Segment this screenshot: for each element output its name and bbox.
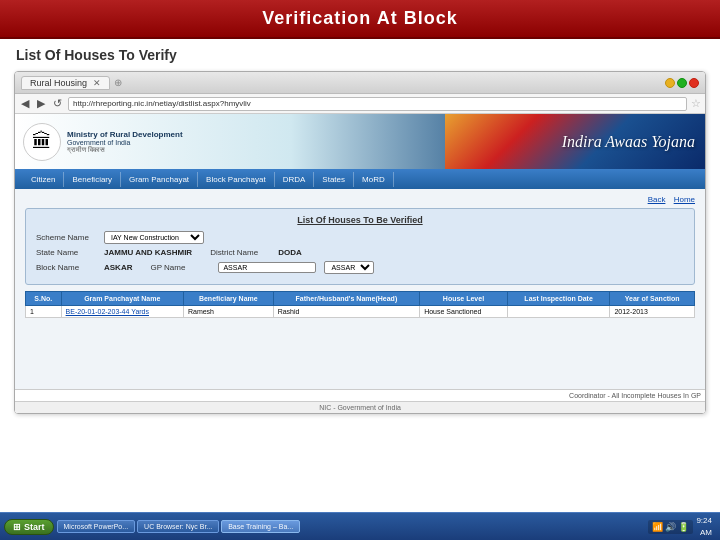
- cell-house-level: House Sanctioned: [420, 306, 508, 318]
- refresh-button[interactable]: ↺: [51, 97, 64, 110]
- gp-name-label: GP Name: [150, 263, 210, 272]
- org-line1: Ministry of Rural Development: [67, 130, 183, 139]
- footer-summary: Coordinator - All Incomplete Houses In G…: [569, 392, 701, 399]
- nav-citizen[interactable]: Citizen: [23, 172, 64, 187]
- site-header: 🏛 Ministry of Rural Development Governme…: [15, 114, 705, 169]
- govt-emblem: 🏛: [23, 123, 61, 161]
- cell-father: Rashid: [273, 306, 419, 318]
- browser-tab[interactable]: Rural Housing ✕: [21, 76, 110, 90]
- gp-name-input[interactable]: [218, 262, 316, 273]
- org-name: Ministry of Rural Development Government…: [67, 130, 183, 154]
- section-label: List Of Houses To Verify: [0, 39, 720, 67]
- org-line3: ग्रामीण विकास: [67, 146, 183, 154]
- nav-states[interactable]: States: [314, 172, 354, 187]
- col-sno: S.No.: [26, 292, 62, 306]
- gp-select[interactable]: ASSAR: [324, 261, 374, 274]
- page-header: Verification At Block: [0, 0, 720, 39]
- col-beneficiary: Beneficiary Name: [183, 292, 273, 306]
- nav-gram-panchayat[interactable]: Gram Panchayat: [121, 172, 198, 187]
- col-year-sanction: Year of Sanction: [610, 292, 695, 306]
- new-tab-icon[interactable]: ⊕: [114, 77, 122, 88]
- gp-name-link[interactable]: BE-20-01-02-203-44 Yards: [66, 308, 149, 315]
- col-inspection-date: Last Inspection Date: [507, 292, 610, 306]
- os-taskbar: ⊞ Start Microsoft PowerPo... UC Browser:…: [0, 512, 720, 540]
- nav-drda[interactable]: DRDA: [275, 172, 315, 187]
- cell-gp-name: BE-20-01-02-203-44 Yards: [61, 306, 183, 318]
- back-link[interactable]: Back: [648, 195, 666, 204]
- cell-inspection-date: [507, 306, 610, 318]
- windows-icon: ⊞: [13, 522, 21, 532]
- back-home-bar: Back Home: [25, 195, 695, 204]
- back-button[interactable]: ◀: [19, 97, 31, 110]
- browser-window: Rural Housing ✕ ⊕ ◀ ▶ ↺ ☆ 🏛 Ministry of …: [14, 71, 706, 414]
- block-name-value: ASKAR: [104, 263, 132, 272]
- site-footer-bar: NIC - Government of India: [15, 401, 705, 413]
- taskbar-items: Microsoft PowerPo... UC Browser: Nyc Br.…: [57, 520, 646, 533]
- url-bar[interactable]: [68, 97, 687, 111]
- district-name-value: DODA: [278, 248, 302, 257]
- col-house-level: House Level: [420, 292, 508, 306]
- filter-form-panel: List Of Houses To Be Verified Scheme Nam…: [25, 208, 695, 285]
- taskbar-item-powerpoint[interactable]: Microsoft PowerPo...: [57, 520, 136, 533]
- site-banner: Indira Awaas Yojana: [445, 114, 705, 169]
- col-gp-name: Gram Panchayat Name: [61, 292, 183, 306]
- cell-year-sanction: 2012-2013: [610, 306, 695, 318]
- state-name-label: State Name: [36, 248, 96, 257]
- tab-close-icon[interactable]: ✕: [93, 78, 101, 88]
- form-panel-title: List Of Houses To Be Verified: [36, 215, 684, 225]
- nav-block-panchayat[interactable]: Block Panchayat: [198, 172, 275, 187]
- nav-beneficiary[interactable]: Beneficiary: [64, 172, 121, 187]
- org-line2: Government of India: [67, 139, 183, 146]
- website-content: 🏛 Ministry of Rural Development Governme…: [15, 114, 705, 413]
- minimize-icon[interactable]: [665, 78, 675, 88]
- site-navigation: Citizen Beneficiary Gram Panchayat Block…: [15, 169, 705, 189]
- table-row: 1 BE-20-01-02-203-44 Yards Ramesh Rashid…: [26, 306, 695, 318]
- volume-icon: 🔊: [665, 522, 676, 532]
- district-name-label: District Name: [210, 248, 270, 257]
- site-main-content: Back Home List Of Houses To Be Verified …: [15, 189, 705, 389]
- govt-footer-label: NIC - Government of India: [319, 404, 401, 411]
- block-gp-row: Block Name ASKAR GP Name ASSAR: [36, 261, 684, 274]
- cell-sno: 1: [26, 306, 62, 318]
- maximize-icon[interactable]: [677, 78, 687, 88]
- close-icon[interactable]: [689, 78, 699, 88]
- footer-info: Coordinator - All Incomplete Houses In G…: [15, 389, 705, 401]
- page-title: Verification At Block: [262, 8, 457, 28]
- system-tray: 📶 🔊 🔋: [648, 520, 693, 534]
- site-logo: 🏛 Ministry of Rural Development Governme…: [23, 123, 183, 161]
- nav-mord[interactable]: MoRD: [354, 172, 394, 187]
- scheme-name-label: Scheme Name: [36, 233, 96, 242]
- clock-time: 9:24: [696, 515, 712, 526]
- home-link[interactable]: Home: [674, 195, 695, 204]
- state-name-value: JAMMU AND KASHMIR: [104, 248, 192, 257]
- cell-beneficiary: Ramesh: [183, 306, 273, 318]
- scheme-name-select[interactable]: IAY New Construction: [104, 231, 204, 244]
- houses-table: S.No. Gram Panchayat Name Beneficiary Na…: [25, 291, 695, 318]
- taskbar-item-browser[interactable]: UC Browser: Nyc Br...: [137, 520, 219, 533]
- battery-icon: 🔋: [678, 522, 689, 532]
- col-father: Father/Husband's Name(Head): [273, 292, 419, 306]
- block-name-label: Block Name: [36, 263, 96, 272]
- clock-ampm: AM: [696, 527, 712, 538]
- start-button[interactable]: ⊞ Start: [4, 519, 54, 535]
- forward-button[interactable]: ▶: [35, 97, 47, 110]
- scheme-name-banner: Indira Awaas Yojana: [562, 133, 695, 151]
- bookmark-icon[interactable]: ☆: [691, 97, 701, 110]
- browser-tabbar: Rural Housing ✕ ⊕: [15, 72, 705, 94]
- browser-addressbar: ◀ ▶ ↺ ☆: [15, 94, 705, 114]
- os-clock: 9:24 AM: [696, 515, 716, 537]
- state-district-row: State Name JAMMU AND KASHMIR District Na…: [36, 248, 684, 257]
- taskbar-item-training[interactable]: Base Training – Ba...: [221, 520, 300, 533]
- scheme-name-row: Scheme Name IAY New Construction: [36, 231, 684, 244]
- network-icon: 📶: [652, 522, 663, 532]
